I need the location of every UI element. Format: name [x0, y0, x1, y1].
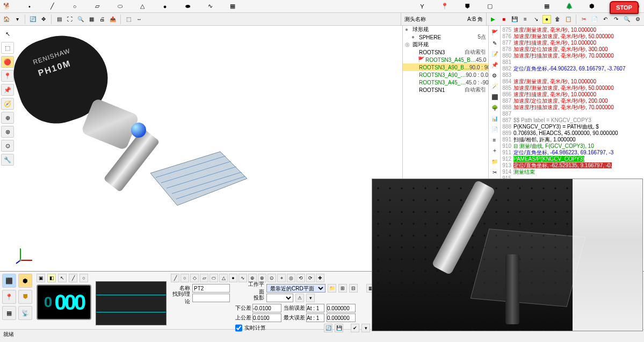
ctr-btn4[interactable]: ╱ [69, 274, 77, 282]
code-line[interactable]: 878加速度/定位加速度, 毫米/秒/秒, 300.000 [501, 46, 644, 53]
code-paste-icon[interactable]: 📄 [590, 15, 599, 24]
ft-misc12-icon[interactable]: ⟲ [296, 274, 305, 282]
code-run-icon[interactable]: ▶ [489, 15, 497, 24]
proj-btn1[interactable]: ⚠ [295, 294, 304, 302]
tree-row[interactable]: ●球形规 [403, 26, 488, 33]
code-line[interactable]: 911 定位/直角坐标, -64.986223, 69.166797, -3 [501, 149, 644, 156]
crd-btn3[interactable]: ⊟ [349, 284, 358, 293]
tree-row[interactable]: ROOTSN3_A90_B…90.0 : 90.0 [403, 63, 488, 71]
tool-line-icon[interactable]: ╱ [47, 2, 57, 11]
ft-misc10-icon[interactable]: ⌖ [277, 274, 286, 282]
code-undo-icon[interactable]: ↶ [601, 15, 610, 24]
tool-plane-icon[interactable]: ▱ [92, 2, 102, 11]
layers-icon[interactable]: ▤ [55, 15, 63, 24]
code-line[interactable]: 888P(KNGCV_COPY3) = PATH/曲线, $ [501, 124, 644, 130]
home-icon[interactable]: 🏠 [2, 15, 11, 24]
vtool-probe2-icon[interactable]: 📌 [1, 84, 14, 96]
code-line[interactable]: 912 PAMEAS/P(KNGCV_COPY3) [501, 156, 644, 162]
lower-input[interactable] [252, 304, 281, 312]
ft-line-icon[interactable]: ╱ [171, 274, 179, 282]
ctr-btn5[interactable]: ○ [79, 274, 88, 282]
grid2-icon[interactable]: ▦ [87, 15, 96, 24]
code-line[interactable]: 913 定位/直角坐标, -62.529135, 9.166797, -0. [501, 162, 644, 169]
tree-row[interactable]: ●SPHERE5点 [403, 33, 488, 41]
tool-cylinder-icon[interactable]: ⬭ [115, 2, 125, 11]
select-icon[interactable]: ⬚ [124, 15, 133, 24]
ft-misc13-icon[interactable]: ⟳ [306, 274, 315, 282]
code-line[interactable]: 889 0.706936, HEADCS, 45.000000, 90.0000… [501, 130, 644, 137]
vtool-probe5-icon[interactable]: ⊗ [1, 126, 14, 138]
move-icon[interactable]: ↔ [135, 15, 143, 24]
cg-scissors-icon[interactable]: ✂ [490, 168, 499, 176]
tree-row[interactable]: 🚩ROOTSN3_A45_B…45.0 : 90.0 [403, 56, 488, 63]
tool-grid-icon[interactable]: ▦ [542, 2, 552, 11]
code-line[interactable]: 884速度/测量速度, 毫米/秒, 10.000000 [501, 79, 644, 85]
tool-cube-icon[interactable]: ⬢ [587, 2, 597, 11]
cg-folder-icon[interactable]: 📁 [490, 157, 499, 166]
vtool-probe4-icon[interactable]: ⊕ [1, 112, 14, 124]
cg-gear-icon[interactable]: ⚙ [490, 71, 499, 80]
export-icon[interactable]: 📤 [108, 15, 117, 24]
cg-doc-icon[interactable]: 📄 [490, 125, 499, 133]
v1-input[interactable] [327, 304, 356, 312]
at2-input[interactable] [306, 314, 324, 322]
code-line[interactable]: 882定位/直角坐标,-64.906223, 69.166797, -3.760… [501, 66, 644, 72]
code-line[interactable]: 886速度/扫描速度, 毫米/秒, 10.000000 [501, 91, 644, 98]
code-line[interactable]: 880加速度/扫描加速度, 毫米/秒/秒, 70.000000 [501, 53, 644, 59]
upper-input[interactable] [252, 314, 281, 322]
ft-circle-icon[interactable]: ○ [180, 274, 189, 282]
code-find-icon[interactable]: 🔍 [623, 15, 631, 24]
bltool-sensor-icon[interactable]: 📡 [18, 306, 32, 320]
tool-tree-icon[interactable]: 🌲 [565, 2, 574, 11]
ft-misc11-icon[interactable]: ◎ [287, 274, 295, 282]
fit-icon[interactable]: ⛶ [66, 15, 74, 24]
code-copy-icon[interactable]: 📋 [564, 15, 573, 24]
code-line[interactable]: 887加速度/定位加速度, 毫米/秒/秒, 200.000 [501, 98, 644, 104]
code-line[interactable]: 876加速度/测量加速度, 毫米/秒/秒, 50.000000 [501, 33, 644, 40]
ft-misc9-icon[interactable]: ⊙ [267, 274, 276, 282]
cg-tree-icon[interactable]: 🌳 [490, 103, 499, 112]
code-indent-icon[interactable]: ≡ [521, 15, 530, 24]
stop-button[interactable]: STOP [610, 1, 639, 14]
bltool-cube-icon[interactable]: ⬛ [2, 274, 16, 288]
cg-plus-icon[interactable]: ＋ [490, 146, 499, 155]
name-input[interactable] [192, 284, 230, 293]
tool-point-icon[interactable]: • [25, 2, 34, 11]
code-line[interactable]: 885加速度/测量加速度, 毫米/秒/秒, 50.000000 [501, 85, 644, 91]
dropdown-icon[interactable]: ▾ [13, 15, 21, 24]
code-line[interactable]: 877速度/扫描速度, 毫米/秒, 10.000000 [501, 40, 644, 46]
code-redo-icon[interactable]: ↷ [612, 15, 620, 24]
form-apply-icon[interactable]: ✔ [351, 324, 359, 332]
form-save-icon[interactable]: 💾 [335, 324, 343, 332]
code-line[interactable]: 883 [501, 72, 644, 79]
ft-misc4-icon[interactable]: △ [219, 274, 228, 282]
code-clear-icon[interactable]: 🗑 [553, 15, 562, 24]
code-cut-icon[interactable]: ✂ [580, 15, 588, 24]
ft-misc5-icon[interactable]: ● [229, 274, 237, 282]
tree-row[interactable]: ROOTSN3自动索引 [403, 48, 488, 56]
tree-row[interactable]: ROOTSN3_A90_…90.0 : 0.0 [403, 71, 488, 79]
bltool-probe-icon[interactable]: 📍 [2, 290, 16, 304]
tool-circle-icon[interactable]: ○ [70, 2, 79, 11]
zoom-icon[interactable]: 🔍 [76, 15, 85, 24]
ctr-btn1[interactable]: ▣ [37, 274, 45, 282]
code-stop-icon[interactable]: ■ [500, 15, 508, 24]
bltool-gold-icon[interactable]: ⬢ [18, 274, 32, 288]
form-more-icon[interactable]: ▾ [361, 324, 370, 332]
cg-chart-icon[interactable]: 📊 [490, 114, 499, 123]
code-line[interactable]: 910⊟ 测量/曲线, F(GCV_COPY3), 10 [501, 143, 644, 149]
v2-input[interactable] [327, 314, 356, 322]
ft-misc2-icon[interactable]: ▱ [200, 274, 208, 282]
tree-row[interactable]: ROOTSN1自动索引 [403, 86, 488, 94]
proj-btn2[interactable]: ▾ [306, 294, 315, 302]
vtool-cursor-icon[interactable]: ↖ [1, 28, 14, 40]
rotate-icon[interactable]: 🔄 [28, 15, 37, 24]
form-refresh-icon[interactable]: 🔄 [324, 324, 332, 332]
code-break-icon[interactable]: ● [542, 15, 551, 24]
ft-misc3-icon[interactable]: ⬭ [209, 274, 218, 282]
realtime-checkbox[interactable] [235, 324, 242, 332]
vtool-wrench-icon[interactable]: 🔧 [1, 154, 14, 166]
tool-shield-icon[interactable]: ⛊ [462, 2, 472, 11]
bltool-grid-icon[interactable]: ▦ [2, 306, 16, 320]
cg-list-icon[interactable]: ≡ [490, 136, 499, 144]
